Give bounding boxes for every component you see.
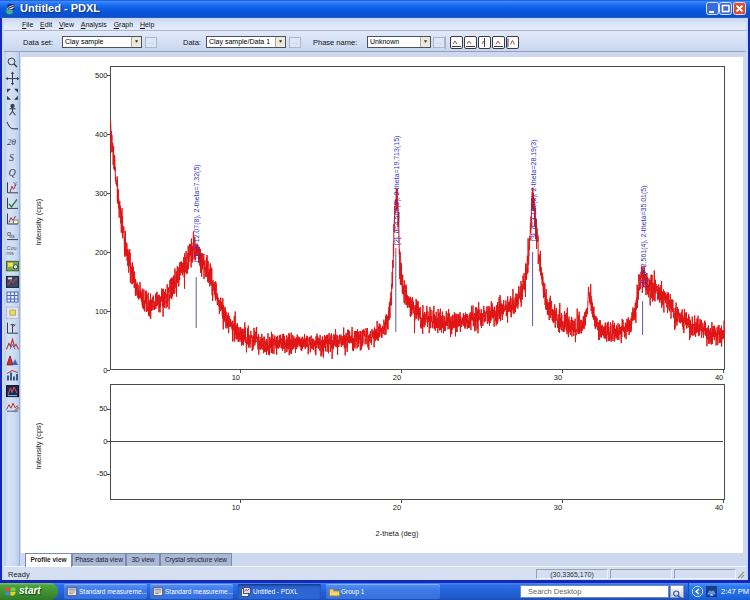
- svg-text:300: 300: [95, 189, 108, 198]
- svg-text:S: S: [9, 152, 14, 163]
- svg-text:[2], d=4.500(3), 2-theta=19.71: [2], d=4.500(3), 2-theta=19.713(15): [393, 136, 401, 245]
- svg-text:-50: -50: [97, 469, 108, 478]
- svg-text:50: 50: [99, 404, 107, 413]
- svg-text:20: 20: [393, 503, 401, 512]
- svg-text:[3], d=3.165(3), 2-theta=28.19: [3], d=3.165(3), 2-theta=28.19(3): [530, 139, 538, 241]
- svg-text:nts: nts: [7, 250, 15, 256]
- svg-text:Q: Q: [9, 167, 17, 178]
- svg-text:2θ: 2θ: [7, 137, 17, 147]
- svg-text:30: 30: [554, 373, 562, 382]
- svg-text:400: 400: [95, 130, 108, 139]
- svg-text:0: 0: [103, 437, 107, 446]
- svg-text:500: 500: [95, 71, 108, 80]
- svg-text:40: 40: [715, 503, 723, 512]
- svg-text:Y: Y: [13, 181, 17, 187]
- svg-text:30: 30: [554, 503, 562, 512]
- svg-text:0: 0: [103, 366, 107, 375]
- svg-text:20: 20: [393, 373, 401, 382]
- svg-text:[4], d=2.561(4), 2-theta=35.01: [4], d=2.561(4), 2-theta=35.01(5): [640, 185, 648, 287]
- svg-text:qts: qts: [7, 230, 15, 239]
- svg-text:200: 200: [95, 248, 108, 257]
- svg-text:40: 40: [715, 373, 723, 382]
- svg-text:2-theta (deg): 2-theta (deg): [376, 529, 419, 538]
- svg-text:[1], d=12.07(8), 2-theta=7.32(: [1], d=12.07(8), 2-theta=7.32(5): [193, 164, 201, 262]
- svg-text:10: 10: [232, 503, 240, 512]
- svg-text:Intensity (cps): Intensity (cps): [34, 198, 43, 245]
- svg-text:10: 10: [232, 373, 240, 382]
- svg-text:Intensity (cps): Intensity (cps): [34, 422, 43, 469]
- svg-text:100: 100: [95, 307, 108, 316]
